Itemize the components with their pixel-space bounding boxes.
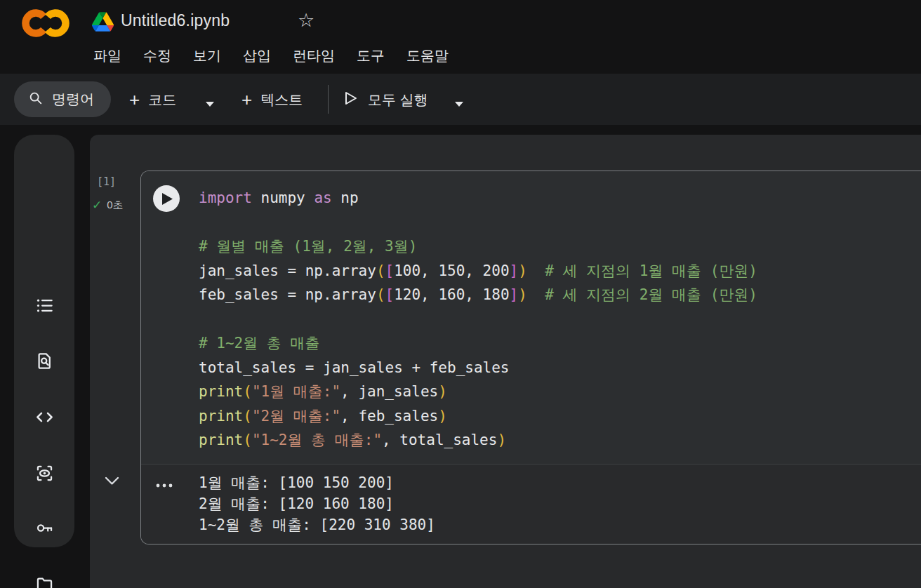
toolbar: 명령어 + 코드 + 텍스트 모두 실행 (0, 74, 921, 125)
menu-help[interactable]: 도움말 (406, 46, 449, 65)
code-icon[interactable] (35, 408, 54, 427)
menu-view[interactable]: 보기 (193, 46, 221, 65)
collapse-output-chevron-icon[interactable] (105, 476, 119, 488)
search-icon (28, 91, 44, 109)
left-sidebar (14, 135, 74, 547)
find-and-replace-icon[interactable] (35, 352, 54, 370)
cell-status: ✓ 0초 (92, 198, 124, 213)
add-text-button[interactable]: + 텍스트 (241, 82, 303, 117)
execution-count: [1] (97, 175, 116, 188)
variable-inspector-icon[interactable] (35, 464, 54, 483)
menu-edit[interactable]: 수정 (143, 46, 171, 65)
toolbar-divider (328, 85, 329, 114)
secrets-key-icon[interactable] (35, 519, 54, 537)
run-all-caret-icon[interactable] (455, 97, 463, 109)
menu-runtime[interactable]: 런타임 (293, 46, 335, 65)
menu-bar: 파일 수정 보기 삽입 런타임 도구 도움말 (93, 46, 449, 65)
notebook-title[interactable]: Untitled6.ipynb (121, 11, 230, 30)
add-code-label: 코드 (148, 91, 176, 109)
output-area: 1월 매출: [100 150 200]2월 매출: [120 160 180]… (141, 465, 921, 544)
menu-tools[interactable]: 도구 (357, 46, 385, 65)
drive-icon[interactable] (92, 12, 114, 34)
output-text: 1월 매출: [100 150 200]2월 매출: [120 160 180]… (199, 472, 435, 535)
add-code-caret-icon[interactable] (206, 97, 214, 109)
code-cell: import numpy as np # 월별 매출 (1월, 2월, 3월)j… (140, 171, 921, 544)
code-editor[interactable]: import numpy as np # 월별 매출 (1월, 2월, 3월)j… (141, 171, 921, 464)
colab-logo[interactable] (18, 6, 73, 44)
command-palette-button[interactable]: 명령어 (14, 81, 111, 117)
plus-icon: + (241, 91, 252, 109)
code-lines: import numpy as np # 월별 매출 (1월, 2월, 3월)j… (199, 186, 757, 453)
add-text-label: 텍스트 (260, 91, 303, 109)
colab-logo-right-ring (48, 13, 66, 33)
run-cell-button[interactable] (153, 185, 180, 212)
play-icon (161, 192, 173, 206)
output-options-icon[interactable] (155, 479, 173, 491)
run-all-label: 모두 실행 (368, 91, 428, 109)
run-all-play-icon (345, 91, 357, 108)
table-of-contents-icon[interactable] (35, 296, 54, 315)
run-all-button[interactable]: 모두 실행 (345, 82, 428, 117)
success-check-icon: ✓ (92, 198, 102, 213)
star-icon[interactable]: ☆ (298, 11, 314, 30)
command-palette-label: 명령어 (52, 90, 94, 109)
add-code-button[interactable]: + 코드 (129, 82, 176, 117)
menu-insert[interactable]: 삽입 (243, 46, 271, 65)
plus-icon: + (129, 91, 140, 109)
colab-logo-left-ring (25, 13, 44, 33)
menu-file[interactable]: 파일 (93, 46, 121, 65)
execution-time: 0초 (107, 199, 123, 212)
folder-icon[interactable] (35, 575, 54, 588)
